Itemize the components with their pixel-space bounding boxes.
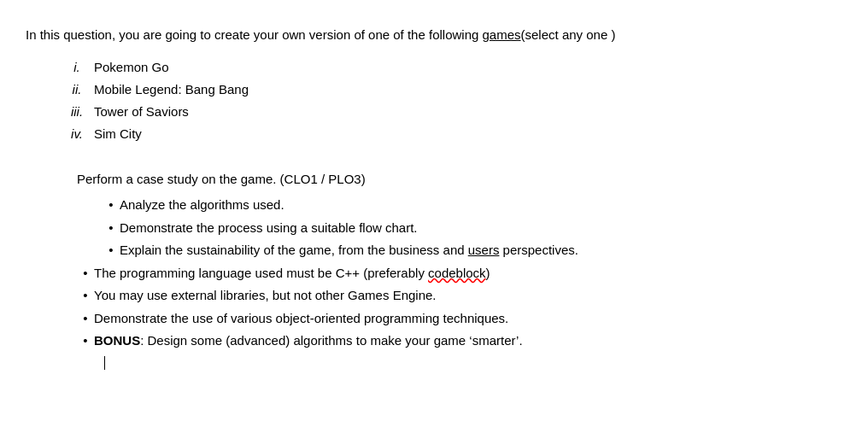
main-bullet-item-1: • The programming language used must be … [77, 264, 842, 284]
main-bullet-item-2: • You may use external libraries, but no… [77, 286, 842, 306]
sub-bullet-3-end: perspectives. [499, 243, 578, 257]
main-bullet-item-4: • BONUS: Design some (advanced) algorith… [77, 331, 842, 351]
bullet-icon-main-4: • [77, 331, 94, 351]
sub-bullet-text-3: Explain the sustainability of the game, … [120, 241, 578, 260]
intro-text-after: (select any one ) [521, 27, 616, 42]
main-container: In this question, you are going to creat… [26, 17, 842, 378]
text-cursor [104, 356, 105, 370]
main-bullet-text-2: You may use external libraries, but not … [94, 286, 437, 306]
codeblock-underline: codeblock [428, 266, 486, 280]
sub-bullet-item-2: • Demonstrate the process using a suitab… [103, 219, 842, 238]
bonus-bold: BONUS [94, 333, 140, 348]
main-bullet-text-4: BONUS: Design some (advanced) algorithms… [94, 331, 523, 351]
roman-numeral-i: i. [60, 57, 94, 78]
users-link: users [468, 243, 500, 257]
list-item: iii. Tower of Saviors [60, 102, 842, 122]
list-item: i. Pokemon Go [60, 57, 842, 78]
game-name-simcity: Sim City [94, 124, 842, 144]
codeblock-text-after: ) [486, 266, 490, 280]
sub-bullet-text-1: Analyze the algorithms used. [120, 196, 284, 215]
main-bullet-list: • The programming language used must be … [77, 264, 842, 351]
main-bullet-text-1: The programming language used must be C+… [94, 264, 490, 284]
main-bullet-item-3: • Demonstrate the use of various object-… [77, 309, 842, 329]
case-study-section: Perform a case study on the game. (CLO1 … [77, 170, 842, 370]
sub-bullet-item-3: • Explain the sustainability of the game… [103, 241, 842, 260]
sub-bullet-text-2: Demonstrate the process using a suitable… [120, 219, 418, 238]
bullet-icon-1: • [103, 196, 120, 215]
codeblock-text-before: The programming language used must be C+… [94, 266, 428, 280]
sub-bullet-3-before: Explain the sustainability of the game, … [120, 243, 468, 257]
roman-numeral-ii: ii. [60, 79, 94, 100]
bullet-icon-main-1: • [77, 264, 94, 284]
bullet-icon-main-2: • [77, 286, 94, 306]
case-study-intro: Perform a case study on the game. (CLO1 … [77, 170, 842, 190]
bullet-icon-3: • [103, 241, 120, 260]
roman-numeral-iii: iii. [60, 102, 94, 122]
intro-paragraph: In this question, you are going to creat… [26, 26, 842, 45]
roman-numeral-iv: iv. [60, 124, 94, 144]
game-name-mobile-legend: Mobile Legend: Bang Bang [94, 79, 842, 100]
game-name-pokemon: Pokemon Go [94, 57, 842, 78]
cursor-area[interactable] [103, 354, 842, 370]
bullet-icon-2: • [103, 219, 120, 238]
bonus-text-after: : Design some (advanced) algorithms to m… [140, 333, 522, 348]
sub-bullet-list: • Analyze the algorithms used. • Demonst… [103, 196, 842, 260]
list-item: ii. Mobile Legend: Bang Bang [60, 79, 842, 100]
intro-text-before: In this question, you are going to creat… [26, 27, 483, 42]
bullet-icon-main-3: • [77, 309, 94, 329]
games-link[interactable]: games [483, 27, 521, 42]
list-item: iv. Sim City [60, 124, 842, 144]
game-name-tower: Tower of Saviors [94, 102, 842, 122]
games-list: i. Pokemon Go ii. Mobile Legend: Bang Ba… [60, 57, 842, 144]
sub-bullet-item-1: • Analyze the algorithms used. [103, 196, 842, 215]
main-bullet-text-3: Demonstrate the use of various object-or… [94, 309, 508, 329]
